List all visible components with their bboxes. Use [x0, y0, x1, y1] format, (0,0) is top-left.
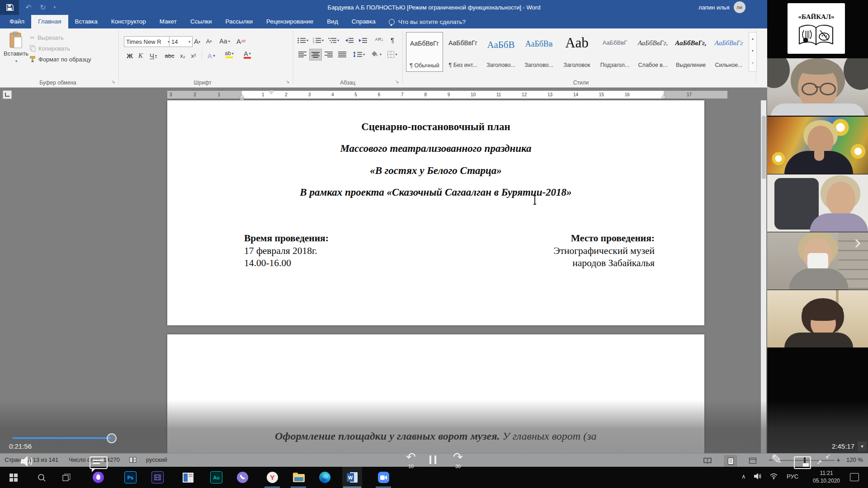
premiere-button[interactable] — [151, 471, 164, 483]
align-center-button[interactable] — [309, 49, 322, 61]
zoom-app-button[interactable] — [377, 471, 390, 483]
participant-video-1[interactable] — [767, 58, 868, 116]
document-page-1[interactable]: Сценарно-постановочный план Массового те… — [167, 100, 704, 325]
document-page-2[interactable]: Оформление площадки у главных ворот музе… — [167, 334, 704, 453]
duration-dropdown-button[interactable]: ▾ — [858, 441, 867, 451]
skip-forward-button[interactable]: ↷ 30 — [449, 455, 467, 468]
participant-video-5[interactable] — [767, 290, 868, 347]
zoom-in-button[interactable]: + — [836, 456, 840, 464]
file-explorer-button[interactable] — [292, 471, 305, 483]
line-spacing-button[interactable]: ▾ — [352, 49, 366, 59]
picture-in-picture-icon[interactable] — [794, 456, 811, 469]
account-area[interactable]: лапин илья ли — [698, 1, 745, 13]
superscript-button[interactable]: x² — [188, 51, 199, 61]
volume-slider-handle[interactable] — [107, 433, 117, 443]
read-mode-button[interactable] — [702, 455, 713, 465]
shrink-font-button[interactable]: А▾ — [203, 36, 214, 46]
highlight-color-button[interactable]: ab▾ — [222, 50, 237, 60]
clipboard-dialog-launcher[interactable]: ↘ — [111, 79, 115, 84]
exit-fullscreen-icon[interactable]: ↙ ↗ — [816, 452, 831, 466]
avatar[interactable]: ли — [734, 1, 745, 13]
task-view-button[interactable] — [60, 471, 72, 483]
player-volume-icon[interactable] — [21, 455, 34, 469]
tray-language[interactable]: РУС — [787, 473, 798, 480]
first-line-indent-marker[interactable] — [269, 90, 274, 94]
tray-volume-icon[interactable] — [754, 473, 762, 481]
tab-mailings[interactable]: Рассылки — [219, 15, 260, 28]
scrollbar-thumb[interactable] — [762, 116, 766, 179]
paste-button[interactable]: Вставить ▾ — [4, 31, 28, 78]
bold-button[interactable]: Ж — [125, 51, 135, 61]
ruler-left-margin[interactable]: 3 2 1 — [167, 91, 244, 99]
tab-review[interactable]: Рецензирование — [259, 15, 320, 28]
audition-button[interactable]: Au — [210, 471, 222, 483]
zoom-level[interactable]: 120 % — [846, 456, 863, 463]
hanging-indent-marker[interactable] — [240, 94, 244, 98]
right-indent-marker[interactable] — [661, 94, 666, 98]
underline-button[interactable]: Ч▾ — [146, 51, 160, 61]
photoshop-button[interactable]: Ps — [124, 471, 137, 483]
tab-view[interactable]: Вид — [320, 15, 344, 28]
tray-expand-button[interactable]: ∧ — [741, 473, 746, 480]
sort-button[interactable]: АЯ↓ — [373, 34, 385, 44]
style-intense-emphasis[interactable]: АаБбВвГг Сильное... — [711, 32, 747, 71]
volume-slider[interactable] — [13, 437, 110, 439]
annotate-pencil-icon[interactable]: ✎ — [771, 452, 782, 467]
ruler[interactable]: 1 2 3 4 5 6 7 8 9 10 11 12 13 14 15 16 — [242, 91, 684, 99]
tab-layout[interactable]: Макет — [153, 15, 184, 28]
style-subtle-emphasis[interactable]: АаБбВвГг, Слабое в... — [635, 32, 671, 71]
participant-video-4[interactable] — [767, 232, 868, 290]
increase-indent-button[interactable] — [357, 35, 369, 45]
language-indicator[interactable]: русский — [146, 456, 167, 463]
yandex-browser-button[interactable]: Y — [266, 471, 278, 483]
style-subtitle[interactable]: АаБбВвГ Подзагол... — [597, 32, 633, 71]
sidebar-next-chevron-icon[interactable]: › — [854, 231, 861, 253]
tab-stop-selector[interactable] — [3, 90, 12, 99]
start-button[interactable] — [7, 471, 19, 483]
edge-button[interactable] — [319, 471, 331, 483]
show-marks-button[interactable]: ¶ — [387, 35, 398, 45]
tab-references[interactable]: Ссылки — [184, 15, 219, 28]
grow-font-button[interactable]: А▴ — [192, 36, 203, 46]
proofing-icon[interactable]: x — [129, 457, 137, 465]
italic-button[interactable]: К — [136, 51, 146, 61]
styles-gallery-scrollbar[interactable]: ▴▾▿ — [749, 32, 757, 72]
participant-video-2[interactable] — [767, 117, 868, 174]
font-color-button[interactable]: А▾ — [240, 50, 255, 60]
numbering-button[interactable]: 123▾ — [312, 35, 325, 45]
text-effects-button[interactable]: А▾ — [204, 51, 218, 61]
style-heading1[interactable]: АаБбВ Заголово... — [483, 32, 519, 71]
style-no-spacing[interactable]: АаБбВвГг ¶ Без инт... — [445, 32, 481, 71]
decrease-indent-button[interactable] — [344, 35, 355, 45]
search-button[interactable] — [35, 471, 47, 483]
justify-button[interactable] — [336, 49, 348, 59]
bullets-button[interactable]: ▾ — [297, 35, 309, 45]
tab-file[interactable]: Файл — [3, 15, 31, 28]
style-normal[interactable]: АаБбВвГг ¶ Обычный — [406, 32, 443, 72]
subscript-button[interactable]: x₂ — [177, 51, 188, 61]
align-left-button[interactable] — [297, 49, 308, 59]
multilevel-list-button[interactable]: ▾ — [327, 35, 340, 45]
shading-button[interactable]: ▾ — [369, 49, 383, 59]
print-layout-button[interactable] — [724, 455, 737, 466]
copy-button[interactable]: Копировать — [30, 43, 70, 53]
viber-button[interactable] — [236, 471, 249, 483]
ruler-right-margin[interactable]: 17 — [664, 91, 727, 99]
tab-insert[interactable]: Вставка — [68, 15, 104, 28]
format-painter-button[interactable]: Формат по образцу — [30, 54, 91, 64]
tab-help[interactable]: Справка — [345, 15, 382, 28]
web-layout-button[interactable] — [747, 455, 759, 465]
pause-button[interactable] — [428, 455, 438, 466]
style-title[interactable]: Аab Заголовок — [559, 32, 595, 71]
tray-wifi-icon[interactable] — [769, 473, 778, 481]
font-dialog-launcher[interactable]: ↘ — [286, 79, 289, 84]
cut-button[interactable]: ✂ Вырезать — [30, 33, 64, 42]
tab-design[interactable]: Конструктор — [104, 15, 153, 28]
style-heading2[interactable]: АаБбВв Заголово... — [521, 32, 557, 71]
participant-video-3[interactable] — [767, 174, 868, 232]
tray-clock[interactable]: 11:21 05.10.2020 — [807, 469, 845, 485]
font-size-combobox[interactable]: 14▾ — [169, 36, 193, 47]
style-emphasis[interactable]: АаБбВвГг, Выделение — [673, 32, 709, 71]
strikethrough-button[interactable]: abc — [163, 51, 176, 61]
skip-back-button[interactable]: ↶ 10 — [402, 455, 420, 468]
